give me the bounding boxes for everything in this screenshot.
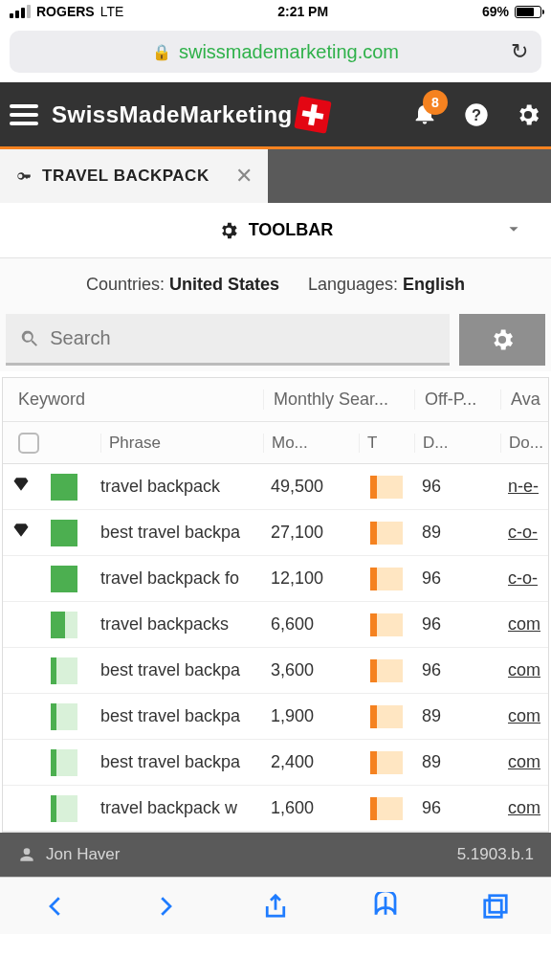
col-off-page[interactable]: Off-P... bbox=[414, 390, 500, 410]
signal-icon bbox=[10, 5, 31, 18]
tab-travel-backpack[interactable]: TRAVEL BACKPACK ✕ bbox=[0, 149, 268, 203]
ios-status-bar: ROGERS LTE 2:21 PM 69% bbox=[0, 0, 551, 23]
network-label: LTE bbox=[100, 4, 124, 19]
col-availability[interactable]: Ava bbox=[500, 390, 548, 410]
select-all-checkbox[interactable] bbox=[18, 433, 39, 454]
tab-bar: TRAVEL BACKPACK ✕ bbox=[0, 149, 551, 203]
chevron-down-icon bbox=[503, 218, 524, 243]
svg-text:?: ? bbox=[472, 105, 481, 122]
search-box[interactable] bbox=[6, 314, 450, 366]
strength-cell bbox=[39, 749, 100, 776]
safari-url-bar: 🔒 swissmademarketing.com ↻ bbox=[0, 23, 551, 82]
difficulty-cell: 89 bbox=[414, 706, 500, 726]
domain-cell[interactable]: com bbox=[500, 660, 548, 680]
domain-cell[interactable]: com bbox=[500, 798, 548, 818]
keyword-table: Keyword Monthly Sear... Off-P... Ava Phr… bbox=[2, 377, 549, 833]
trend-cell bbox=[359, 613, 414, 636]
countries-value[interactable]: United States bbox=[169, 275, 279, 294]
bookmarks-icon[interactable] bbox=[371, 892, 400, 921]
table-row[interactable]: best travel backpa2,40089com bbox=[3, 740, 548, 786]
col-d[interactable]: D... bbox=[414, 434, 500, 453]
table-row[interactable]: travel backpack w1,60096com bbox=[3, 786, 548, 832]
notifications-button[interactable]: 8 bbox=[411, 100, 438, 130]
difficulty-cell: 96 bbox=[414, 614, 500, 635]
battery-icon bbox=[515, 6, 541, 18]
share-icon[interactable] bbox=[261, 892, 290, 921]
col-mo[interactable]: Mo... bbox=[263, 434, 359, 453]
strength-cell bbox=[39, 520, 100, 546]
strength-cell bbox=[39, 657, 100, 684]
difficulty-cell: 96 bbox=[414, 568, 500, 589]
diamond-cell bbox=[3, 475, 39, 499]
forward-icon[interactable] bbox=[151, 892, 180, 921]
table-row[interactable]: travel backpack fo12,10096c-o- bbox=[3, 556, 548, 602]
table-row[interactable]: best travel backpa1,90089com bbox=[3, 694, 548, 740]
clock: 2:21 PM bbox=[277, 4, 328, 19]
difficulty-cell: 96 bbox=[414, 798, 500, 818]
app-header: SwissMadeMarketing 8 ? bbox=[0, 82, 551, 149]
languages-value[interactable]: English bbox=[403, 275, 465, 294]
table-row[interactable]: travel backpack49,50096n-e- bbox=[3, 464, 548, 510]
domain-cell[interactable]: c-o- bbox=[500, 523, 548, 543]
menu-button[interactable] bbox=[10, 104, 38, 125]
url-domain: swissmademarketing.com bbox=[179, 41, 399, 63]
user-bar: Jon Haver 5.1903.b.1 bbox=[0, 833, 551, 877]
phrase-cell: best travel backpa bbox=[100, 706, 263, 726]
tab-close-icon[interactable]: ✕ bbox=[235, 164, 253, 189]
monthly-cell: 3,600 bbox=[263, 660, 359, 680]
search-input[interactable] bbox=[50, 327, 436, 349]
difficulty-cell: 89 bbox=[414, 523, 500, 543]
diamond-icon bbox=[11, 475, 31, 499]
toolbar-label: TOOLBAR bbox=[249, 220, 334, 240]
user-name[interactable]: Jon Haver bbox=[46, 845, 120, 864]
domain-cell[interactable]: c-o- bbox=[500, 568, 548, 589]
monthly-cell: 6,600 bbox=[263, 614, 359, 635]
col-monthly-searches[interactable]: Monthly Sear... bbox=[263, 390, 414, 410]
settings-icon[interactable] bbox=[515, 101, 541, 128]
trend-cell bbox=[359, 659, 414, 682]
battery-pct: 69% bbox=[482, 4, 509, 19]
strength-cell bbox=[39, 474, 100, 501]
table-body: travel backpack49,50096n-e-best travel b… bbox=[3, 464, 548, 832]
svg-rect-3 bbox=[485, 900, 502, 917]
phrase-cell: travel backpack w bbox=[100, 798, 263, 818]
reload-icon[interactable]: ↻ bbox=[511, 39, 528, 64]
col-phrase[interactable]: Phrase bbox=[100, 434, 263, 453]
col-keyword[interactable]: Keyword bbox=[3, 390, 263, 410]
difficulty-cell: 96 bbox=[414, 660, 500, 680]
domain-cell[interactable]: com bbox=[500, 752, 548, 772]
domain-cell[interactable]: n-e- bbox=[500, 477, 548, 497]
table-row[interactable]: best travel backpa27,10089c-o- bbox=[3, 510, 548, 556]
trend-cell bbox=[359, 705, 414, 728]
monthly-cell: 12,100 bbox=[263, 568, 359, 589]
user-icon bbox=[17, 845, 36, 864]
phrase-cell: best travel backpa bbox=[100, 752, 263, 772]
swiss-flag-icon bbox=[294, 96, 331, 133]
col-t[interactable]: T bbox=[359, 434, 414, 453]
domain-cell[interactable]: com bbox=[500, 614, 548, 635]
phrase-cell: best travel backpa bbox=[100, 660, 263, 680]
monthly-cell: 27,100 bbox=[263, 523, 359, 543]
toolbar-toggle[interactable]: TOOLBAR bbox=[0, 203, 551, 258]
battery-fill bbox=[517, 8, 534, 16]
domain-cell[interactable]: com bbox=[500, 706, 548, 726]
url-field[interactable]: 🔒 swissmademarketing.com ↻ bbox=[10, 31, 541, 73]
phrase-cell: travel backpack bbox=[100, 477, 263, 497]
back-icon[interactable] bbox=[41, 892, 70, 921]
app-version: 5.1903.b.1 bbox=[457, 845, 534, 864]
brand-title: SwissMadeMarketing bbox=[52, 101, 293, 128]
strength-cell bbox=[39, 703, 100, 730]
search-icon bbox=[19, 327, 40, 350]
col-do[interactable]: Do... bbox=[500, 434, 548, 453]
trend-cell bbox=[359, 568, 414, 590]
lock-icon: 🔒 bbox=[152, 43, 171, 61]
phrase-cell: travel backpacks bbox=[100, 614, 263, 635]
help-icon[interactable]: ? bbox=[463, 101, 490, 128]
monthly-cell: 1,900 bbox=[263, 706, 359, 726]
search-settings-button[interactable] bbox=[459, 314, 545, 366]
difficulty-cell: 89 bbox=[414, 752, 500, 772]
table-row[interactable]: travel backpacks6,60096com bbox=[3, 602, 548, 648]
key-icon bbox=[15, 167, 33, 185]
tabs-icon[interactable] bbox=[481, 892, 510, 921]
table-row[interactable]: best travel backpa3,60096com bbox=[3, 648, 548, 694]
